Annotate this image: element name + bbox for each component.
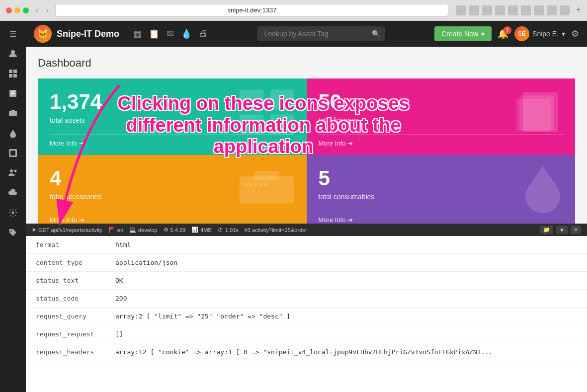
close-dot[interactable] [6,7,12,13]
svg-rect-18 [270,90,294,110]
nav-icon-doc[interactable]: 📋 [149,28,160,39]
svg-rect-23 [516,99,551,132]
sidebar-item-licenses[interactable] [3,84,23,102]
nav-icon-drop[interactable]: 💧 [181,28,192,39]
card-total-accessories[interactable]: 4 total accessories More Info ➔ [38,155,307,224]
svg-point-16 [11,231,12,232]
svg-rect-17 [240,90,263,110]
debug-key-status-text: status_text [36,277,115,284]
user-menu[interactable]: SE Snipe E. ▾ [514,26,565,41]
address-bar[interactable]: snipe-it.dev:1337 [55,4,448,16]
top-nav: 🐱 Snipe-IT Demo ▦ 📋 ✉ 💧 🖨 🔍 Create New [26,21,587,47]
search-wrap: 🔍 [216,26,426,41]
debug-val-status-code: 200 [115,295,127,302]
maximize-dot[interactable] [23,7,29,13]
toolbar-icon-5[interactable] [521,5,531,15]
svg-rect-28 [254,183,257,186]
nav-right: Create New ▾ 🔔 1 SE Snipe E. ▾ ⚙ [434,26,579,41]
nav-icon-print[interactable]: 🖨 [199,28,208,39]
debug-time: ⏱ 1.01s [218,227,239,233]
sidebar-item-settings[interactable] [3,204,23,222]
nav-icon-grid[interactable]: ▦ [133,28,142,39]
debug-val-request-query: array:2 [ "limit" => "25" "order" => "de… [115,313,290,320]
back-button[interactable]: ‹ [33,5,41,15]
app-logo: 🐱 [34,25,52,43]
sidebar-item-components[interactable] [3,144,23,162]
page-content: Dashboard 1,374 total assets More Info ➔ [26,47,587,224]
debug-key-request-query: request_query [36,313,115,320]
debug-key-request-request: request_request [36,330,115,338]
search-button[interactable]: 🔍 [367,26,385,41]
svg-rect-2 [13,70,17,73]
debug-info-panel: format html content_type application/jso… [26,236,587,392]
svg-rect-26 [244,183,247,186]
debug-time-text: 1.01s [225,227,239,233]
debug-chevron-btn[interactable]: ▼ [556,226,568,234]
search-group: 🔍 [257,26,385,41]
refresh-icon[interactable] [456,5,466,15]
main-content: 🐱 Snipe-IT Demo ▦ 📋 ✉ 💧 🖨 🔍 Create New [26,21,587,392]
sidebar-item-users[interactable] [3,164,23,182]
notification-badge: 1 [503,26,511,34]
debug-row-status-text: status_text OK [26,272,587,290]
asset-tag-search-input[interactable] [257,26,367,41]
svg-rect-24 [240,176,294,204]
browser-chrome: ‹ › snipe-it.dev:1337 + [0,0,587,21]
sidebar-item-assets[interactable] [3,65,23,82]
debug-memory-text: 4MB [200,227,212,233]
debug-close-btn[interactable]: ✕ [571,226,581,234]
sidebar-item-tags[interactable] [3,224,23,241]
svg-point-13 [10,169,13,172]
sidebar-item-accessories[interactable] [3,104,23,122]
card-total-licenses[interactable]: 50 total licenses More Info ➔ [307,78,576,155]
nav-icon-mail[interactable]: ✉ [167,28,174,39]
toolbar-icon-8[interactable] [560,5,570,15]
debug-folder-btn[interactable]: 📁 [540,226,553,234]
browser-nav: ‹ › [33,5,51,15]
new-tab-button[interactable]: + [576,5,581,15]
debug-memory: 📊 4MB [191,227,212,233]
svg-rect-10 [11,110,15,111]
debug-route-text: GET api/v1/reports/activity [38,227,102,233]
card-total-assets[interactable]: 1,374 total assets More Info ➔ [38,78,307,155]
svg-point-14 [14,170,17,172]
svg-rect-4 [13,74,17,78]
debug-key-status-code: status_code [36,295,115,302]
toolbar-icon-2[interactable] [482,5,492,15]
sidebar-item-consumables[interactable] [3,124,23,142]
svg-rect-25 [254,171,279,180]
sidebar-item-menu[interactable]: ☰ [3,25,23,43]
debug-key-request-headers: request_headers [36,348,115,356]
notifications-bell[interactable]: 🔔 1 [498,28,508,39]
accessories-bg-icon [237,166,297,221]
svg-rect-20 [270,115,294,135]
toolbar-icon-7[interactable] [547,5,557,15]
create-new-button[interactable]: Create New ▾ [434,26,492,41]
settings-icon[interactable]: ⚙ [571,28,579,39]
browser-toolbar-icons [456,5,570,15]
sidebar-item-cloud[interactable] [3,184,23,202]
toolbar-icon-3[interactable] [495,5,505,15]
minimize-dot[interactable] [14,7,20,13]
card-total-consumables[interactable]: 5 total consumables More Info ➔ [307,155,576,224]
svg-rect-12 [10,151,15,156]
debug-row-status-code: status_code 200 [26,290,587,308]
debug-env-text: develop [138,227,158,233]
assets-bg-icon [237,87,297,147]
toolbar-icon-4[interactable] [508,5,518,15]
svg-rect-3 [9,74,12,78]
toolbar-icon-1[interactable] [469,5,479,15]
user-name: Snipe E. [532,30,559,38]
forward-button[interactable]: › [43,5,52,15]
svg-rect-1 [9,70,12,73]
debug-row-request-request: request_request [] [26,325,587,343]
debug-version: ⚙ 5.4.29 [164,227,186,233]
svg-point-15 [12,212,14,214]
nav-brand[interactable]: 🐱 Snipe-IT Demo [34,25,119,43]
toolbar-icon-6[interactable] [534,5,544,15]
sidebar-item-profile[interactable] [3,45,23,63]
debug-row-request-headers: request_headers array:12 [ "cookie" => a… [26,343,587,361]
app-wrapper: ☰ [0,21,587,392]
debug-env: 💻 develop [129,227,158,233]
debug-query-text: #3 activity?limit=25&order [245,227,307,233]
